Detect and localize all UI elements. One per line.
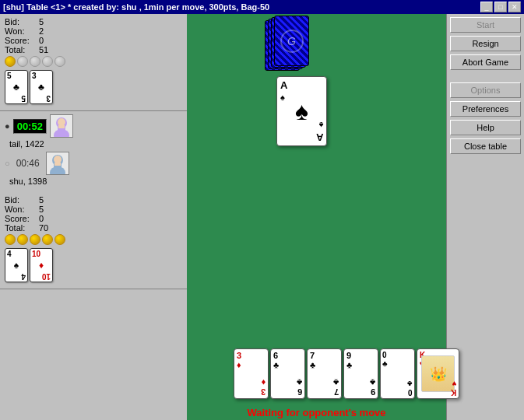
bottom-coins — [5, 234, 182, 245]
preferences-button[interactable]: Preferences — [450, 101, 521, 117]
coin-5 — [55, 56, 65, 67]
coin-4 — [42, 56, 53, 67]
bottom-coin-2 — [17, 234, 28, 245]
bid-value: 5 — [39, 17, 44, 26]
bottom-card-1[interactable]: 4 ♠ 4 — [5, 248, 28, 282]
help-button[interactable]: Help — [450, 120, 521, 135]
left-panel: Bid: 5 Won: 2 Score: 0 Total: 51 — [0, 14, 187, 420]
played-card-3d[interactable]: 3♦ 3♦ — [234, 348, 269, 399]
played-card-0c[interactable]: 0♣ 0♣ — [380, 348, 415, 399]
start-button[interactable]: Start — [450, 17, 521, 33]
top-card-2[interactable]: 3 ♣ 3 — [30, 70, 53, 104]
deck-card-4[interactable]: G — [274, 16, 309, 66]
main-area: Bid: 5 Won: 2 Score: 0 Total: 51 — [0, 14, 524, 420]
bottom-won-value: 5 — [39, 205, 44, 214]
center-card-ace-spades[interactable]: A♠ ♠ A♠ — [276, 76, 327, 146]
won-label: Won: — [5, 26, 36, 36]
bottom-coin-1 — [5, 234, 16, 245]
top-card-1[interactable]: 5 ♣ 5 — [5, 70, 28, 104]
options-button[interactable]: Options — [450, 82, 521, 98]
svg-point-2 — [58, 118, 65, 126]
resign-button[interactable]: Resign — [450, 36, 521, 51]
coin-2 — [17, 56, 28, 67]
bottom-bid-label: Bid: — [5, 195, 36, 205]
bottom-stats: Bid: 5 Won: 5 Score: 0 Total: 70 — [0, 192, 187, 289]
close-table-button[interactable]: Close table — [450, 138, 521, 154]
maximize-button[interactable]: □ — [494, 2, 507, 12]
bottom-bid-value: 5 — [39, 195, 44, 205]
bottom-won-label: Won: — [5, 205, 36, 214]
total-value: 51 — [39, 45, 48, 54]
coin-1 — [5, 56, 16, 67]
game-table: G A♠ ♠ A♠ 3♦ 3♦ — [187, 14, 446, 405]
won-value: 2 — [39, 26, 44, 36]
abort-game-button[interactable]: Abort Game — [450, 54, 521, 70]
top-coins — [5, 56, 182, 67]
bid-label: Bid: — [5, 17, 36, 26]
bottom-total-label: Total: — [5, 223, 36, 233]
title-text: [shu] Table <1> * created by: shu , 1min… — [3, 2, 269, 12]
game-area: G A♠ ♠ A♠ 3♦ 3♦ — [187, 14, 446, 420]
timer-section: ● 00:52 tail, 1422 ○ 00:46 — [0, 111, 187, 189]
svg-point-7 — [54, 156, 62, 163]
window-controls: _ □ ✕ — [480, 2, 521, 12]
top-stats: Bid: 5 Won: 2 Score: 0 Total: 51 — [0, 14, 187, 111]
timer-inactive: 00:46 — [13, 157, 43, 170]
score-value: 0 — [39, 36, 44, 45]
bottom-score-value: 0 — [39, 214, 44, 223]
coin-3 — [30, 56, 40, 67]
bottom-coin-5 — [55, 234, 65, 245]
svg-rect-9 — [55, 163, 61, 166]
close-button[interactable]: ✕ — [508, 2, 521, 12]
player1-avatar — [50, 114, 73, 138]
score-label: Score: — [5, 36, 36, 45]
bottom-coin-3 — [30, 234, 40, 245]
bottom-score-label: Score: — [5, 214, 36, 223]
player2-name: shu, 1398 — [5, 177, 182, 186]
timer-active: 00:52 — [13, 119, 47, 134]
played-cards-row: 3♦ 3♦ 6♣ 6♣ 7♣ 7♣ 9♣ 9♣ — [234, 348, 459, 399]
waiting-text: Waiting for opponent's move — [187, 405, 446, 420]
minimize-button[interactable]: _ — [480, 2, 493, 12]
player1-name: tail, 1422 — [5, 139, 182, 149]
title-bar: [shu] Table <1> * created by: shu , 1min… — [0, 0, 524, 14]
played-card-7c[interactable]: 7♣ 7♣ — [307, 348, 342, 399]
bottom-coin-4 — [42, 234, 53, 245]
played-card-king[interactable]: K♥ 👑 K♥ — [417, 348, 459, 399]
played-card-9c[interactable]: 9♣ 9♣ — [343, 348, 378, 399]
played-card-6c[interactable]: 6♣ 6♣ — [270, 348, 305, 399]
total-label: Total: — [5, 45, 36, 54]
card-deck: G — [265, 20, 311, 82]
player2-avatar — [46, 152, 69, 175]
bottom-card-2[interactable]: 10 ♦ 10 — [30, 248, 53, 282]
svg-rect-4 — [58, 125, 65, 128]
bottom-total-value: 70 — [39, 223, 48, 233]
